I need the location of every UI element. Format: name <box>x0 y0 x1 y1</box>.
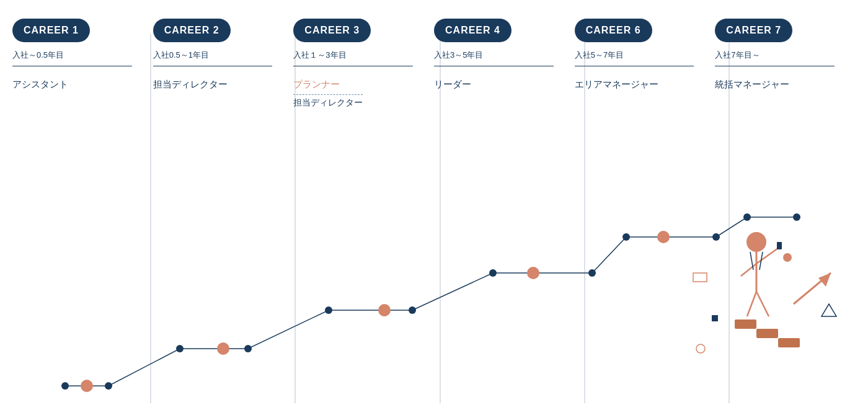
svg-point-7 <box>105 382 112 390</box>
career2-badge: CAREER 2 <box>153 19 231 42</box>
career4-badge: CAREER 4 <box>434 19 512 42</box>
career4-divider <box>434 66 554 66</box>
career2-year: 入社0.5～1年目 <box>153 50 209 61</box>
svg-point-11 <box>325 306 332 314</box>
svg-point-19 <box>712 233 720 241</box>
svg-point-6 <box>81 380 93 392</box>
career6-role: エリアマネージャー <box>575 79 658 91</box>
svg-point-21 <box>793 213 800 221</box>
career-header-row: CAREER 1 入社～0.5年目 アシスタント CAREER 2 入社0.5～… <box>12 19 856 109</box>
svg-point-40 <box>777 244 782 249</box>
career3-year: 入社１～3年目 <box>293 50 346 61</box>
career-col-1: CAREER 1 入社～0.5年目 アシスタント <box>12 19 153 109</box>
svg-marker-37 <box>818 273 831 287</box>
career6-divider <box>575 66 694 66</box>
career6-year: 入社5～7年目 <box>575 50 624 61</box>
svg-point-27 <box>746 232 766 252</box>
career7-divider <box>715 66 835 66</box>
svg-point-20 <box>743 213 751 221</box>
svg-point-9 <box>217 342 229 355</box>
career-col-6: CAREER 6 入社5～7年目 エリアマネージャー <box>575 19 715 109</box>
svg-line-36 <box>794 273 831 304</box>
svg-line-30 <box>741 264 756 276</box>
career6-badge: CAREER 6 <box>575 19 652 42</box>
svg-line-39 <box>760 252 763 270</box>
career-col-2: CAREER 2 入社0.5～1年目 担当ディレクター <box>153 19 294 109</box>
career1-role: アシスタント <box>12 79 68 91</box>
svg-point-16 <box>588 269 596 277</box>
svg-point-13 <box>409 306 416 314</box>
svg-rect-34 <box>756 329 778 338</box>
career3-role-alt: 担当ディレクター <box>293 94 363 109</box>
svg-rect-23 <box>712 315 718 321</box>
svg-rect-35 <box>778 338 800 347</box>
svg-rect-41 <box>777 242 782 249</box>
career1-year: 入社～0.5年目 <box>12 50 64 61</box>
career2-role: 担当ディレクター <box>153 79 228 91</box>
svg-point-24 <box>696 344 705 353</box>
svg-line-29 <box>756 248 778 264</box>
svg-point-17 <box>622 233 630 241</box>
career-col-4: CAREER 4 入社3～5年目 リーダー <box>434 19 575 109</box>
career7-badge: CAREER 7 <box>715 19 792 42</box>
svg-point-15 <box>527 267 539 279</box>
svg-line-32 <box>747 292 756 316</box>
career-col-7: CAREER 7 入社7年目～ 統括マネージャー <box>715 19 856 109</box>
svg-rect-33 <box>735 319 756 329</box>
svg-marker-25 <box>822 304 836 316</box>
svg-point-8 <box>176 345 184 352</box>
career4-year: 入社3～5年目 <box>434 50 483 61</box>
career3-badge: CAREER 3 <box>293 19 371 42</box>
career-page: CAREER 1 入社～0.5年目 アシスタント CAREER 2 入社0.5～… <box>0 0 868 420</box>
svg-point-26 <box>783 253 792 262</box>
career7-role: 統括マネージャー <box>715 79 789 91</box>
svg-point-5 <box>61 382 69 390</box>
career1-badge: CAREER 1 <box>12 19 90 42</box>
svg-line-31 <box>756 292 769 316</box>
career-col-3: CAREER 3 入社１～3年目 プランナー 担当ディレクター <box>293 19 434 109</box>
career3-role: プランナー <box>293 79 340 91</box>
career7-year: 入社7年目～ <box>715 50 760 61</box>
svg-point-10 <box>244 345 252 352</box>
svg-point-14 <box>489 269 497 277</box>
career2-divider <box>153 66 273 66</box>
svg-point-18 <box>657 231 670 243</box>
career1-divider <box>12 66 132 66</box>
svg-line-38 <box>750 252 753 270</box>
svg-point-12 <box>378 304 391 316</box>
career3-divider <box>293 66 413 66</box>
svg-rect-22 <box>693 273 707 282</box>
career4-role: リーダー <box>434 79 471 91</box>
